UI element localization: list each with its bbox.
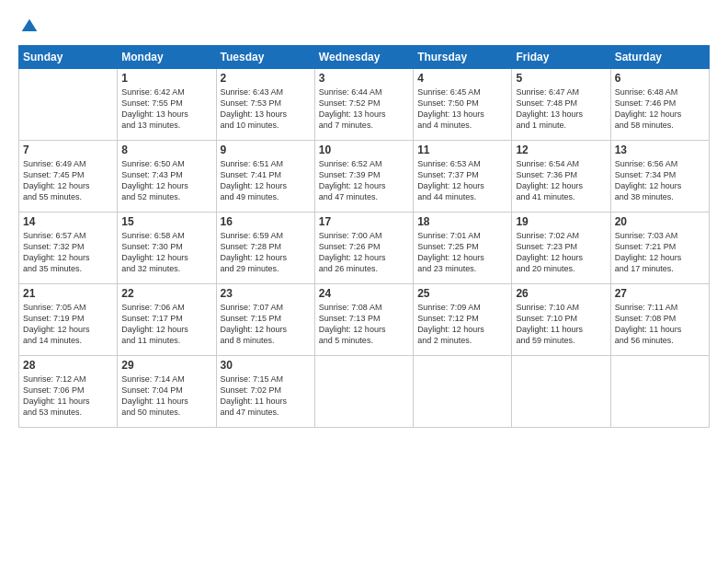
day-number: 23 xyxy=(221,287,311,300)
svg-marker-0 xyxy=(22,18,38,30)
day-number: 12 xyxy=(516,144,606,156)
day-number: 29 xyxy=(121,359,211,372)
calendar-cell: 5Sunrise: 6:47 AM Sunset: 7:48 PM Daylig… xyxy=(512,69,610,141)
calendar-cell: 12Sunrise: 6:54 AM Sunset: 7:36 PM Dayli… xyxy=(512,141,610,213)
calendar-cell xyxy=(19,69,118,141)
day-number: 13 xyxy=(615,144,705,156)
calendar-header-row: SundayMondayTuesdayWednesdayThursdayFrid… xyxy=(19,46,710,69)
calendar-cell: 22Sunrise: 7:06 AM Sunset: 7:17 PM Dayli… xyxy=(118,284,216,356)
day-info-text: Sunrise: 6:52 AM Sunset: 7:39 PM Dayligh… xyxy=(319,158,409,203)
day-number: 20 xyxy=(615,215,705,228)
day-number: 6 xyxy=(615,72,705,85)
calendar-cell: 9Sunrise: 6:51 AM Sunset: 7:41 PM Daylig… xyxy=(216,141,314,213)
calendar-cell: 20Sunrise: 7:03 AM Sunset: 7:21 PM Dayli… xyxy=(610,213,709,284)
weekday-header-thursday: Thursday xyxy=(414,46,512,69)
weekday-header-sunday: Sunday xyxy=(19,46,118,69)
calendar-cell xyxy=(414,356,512,428)
calendar-cell: 18Sunrise: 7:01 AM Sunset: 7:25 PM Dayli… xyxy=(414,213,512,284)
calendar-cell: 8Sunrise: 6:50 AM Sunset: 7:43 PM Daylig… xyxy=(118,141,216,213)
day-info-text: Sunrise: 7:01 AM Sunset: 7:25 PM Dayligh… xyxy=(417,230,507,275)
calendar-cell: 4Sunrise: 6:45 AM Sunset: 7:50 PM Daylig… xyxy=(414,69,512,141)
calendar-cell: 7Sunrise: 6:49 AM Sunset: 7:45 PM Daylig… xyxy=(19,141,118,213)
day-info-text: Sunrise: 6:45 AM Sunset: 7:50 PM Dayligh… xyxy=(417,86,507,132)
day-number: 30 xyxy=(221,359,311,372)
calendar-cell: 24Sunrise: 7:08 AM Sunset: 7:13 PM Dayli… xyxy=(314,284,413,356)
calendar-table: SundayMondayTuesdayWednesdayThursdayFrid… xyxy=(18,45,710,428)
day-info-text: Sunrise: 6:48 AM Sunset: 7:46 PM Dayligh… xyxy=(615,86,705,132)
day-number: 1 xyxy=(121,72,211,85)
day-number: 15 xyxy=(121,215,211,228)
calendar-cell: 19Sunrise: 7:02 AM Sunset: 7:23 PM Dayli… xyxy=(512,213,610,284)
day-number: 3 xyxy=(319,72,409,85)
day-info-text: Sunrise: 6:47 AM Sunset: 7:48 PM Dayligh… xyxy=(516,86,606,132)
calendar-cell: 30Sunrise: 7:15 AM Sunset: 7:02 PM Dayli… xyxy=(216,356,314,428)
day-info-text: Sunrise: 6:49 AM Sunset: 7:45 PM Dayligh… xyxy=(23,158,113,203)
calendar-week-row: 21Sunrise: 7:05 AM Sunset: 7:19 PM Dayli… xyxy=(19,284,710,356)
day-info-text: Sunrise: 6:42 AM Sunset: 7:55 PM Dayligh… xyxy=(121,86,211,132)
calendar-week-row: 1Sunrise: 6:42 AM Sunset: 7:55 PM Daylig… xyxy=(19,69,710,141)
calendar-cell: 23Sunrise: 7:07 AM Sunset: 7:15 PM Dayli… xyxy=(216,284,314,356)
logo-icon xyxy=(20,17,39,36)
calendar-cell: 13Sunrise: 6:56 AM Sunset: 7:34 PM Dayli… xyxy=(610,141,709,213)
day-number: 11 xyxy=(417,144,507,156)
day-info-text: Sunrise: 6:51 AM Sunset: 7:41 PM Dayligh… xyxy=(221,158,311,203)
calendar-cell: 29Sunrise: 7:14 AM Sunset: 7:04 PM Dayli… xyxy=(118,356,216,428)
day-number: 22 xyxy=(121,287,211,300)
calendar-cell: 25Sunrise: 7:09 AM Sunset: 7:12 PM Dayli… xyxy=(414,284,512,356)
calendar-cell xyxy=(512,356,610,428)
weekday-header-saturday: Saturday xyxy=(610,46,709,69)
calendar-cell xyxy=(610,356,709,428)
day-info-text: Sunrise: 6:54 AM Sunset: 7:36 PM Dayligh… xyxy=(516,158,606,203)
page-header xyxy=(18,17,710,36)
weekday-header-wednesday: Wednesday xyxy=(314,46,413,69)
calendar-cell: 21Sunrise: 7:05 AM Sunset: 7:19 PM Dayli… xyxy=(19,284,118,356)
calendar-cell: 10Sunrise: 6:52 AM Sunset: 7:39 PM Dayli… xyxy=(314,141,413,213)
day-number: 26 xyxy=(516,287,606,300)
calendar-cell: 16Sunrise: 6:59 AM Sunset: 7:28 PM Dayli… xyxy=(216,213,314,284)
day-info-text: Sunrise: 7:14 AM Sunset: 7:04 PM Dayligh… xyxy=(121,373,211,419)
day-number: 16 xyxy=(221,215,311,228)
day-info-text: Sunrise: 6:58 AM Sunset: 7:30 PM Dayligh… xyxy=(121,230,211,275)
day-number: 27 xyxy=(615,287,705,300)
day-number: 17 xyxy=(319,215,409,228)
day-info-text: Sunrise: 6:56 AM Sunset: 7:34 PM Dayligh… xyxy=(615,158,705,203)
logo xyxy=(18,17,39,36)
day-info-text: Sunrise: 7:02 AM Sunset: 7:23 PM Dayligh… xyxy=(516,230,606,275)
day-number: 14 xyxy=(23,215,113,228)
calendar-cell: 2Sunrise: 6:43 AM Sunset: 7:53 PM Daylig… xyxy=(216,69,314,141)
day-number: 28 xyxy=(23,359,113,372)
day-number: 2 xyxy=(221,72,311,85)
calendar-cell: 6Sunrise: 6:48 AM Sunset: 7:46 PM Daylig… xyxy=(610,69,709,141)
weekday-header-friday: Friday xyxy=(512,46,610,69)
calendar-cell: 28Sunrise: 7:12 AM Sunset: 7:06 PM Dayli… xyxy=(19,356,118,428)
day-number: 25 xyxy=(417,287,507,300)
day-info-text: Sunrise: 7:12 AM Sunset: 7:06 PM Dayligh… xyxy=(23,373,113,419)
day-info-text: Sunrise: 6:43 AM Sunset: 7:53 PM Dayligh… xyxy=(221,86,311,132)
calendar-cell: 27Sunrise: 7:11 AM Sunset: 7:08 PM Dayli… xyxy=(610,284,709,356)
day-info-text: Sunrise: 6:44 AM Sunset: 7:52 PM Dayligh… xyxy=(319,86,409,132)
day-info-text: Sunrise: 7:03 AM Sunset: 7:21 PM Dayligh… xyxy=(615,230,705,275)
day-number: 5 xyxy=(516,72,606,85)
weekday-header-monday: Monday xyxy=(118,46,216,69)
day-number: 10 xyxy=(319,144,409,156)
day-number: 7 xyxy=(23,144,113,156)
day-info-text: Sunrise: 6:59 AM Sunset: 7:28 PM Dayligh… xyxy=(221,230,311,275)
day-info-text: Sunrise: 7:06 AM Sunset: 7:17 PM Dayligh… xyxy=(121,302,211,347)
day-info-text: Sunrise: 7:08 AM Sunset: 7:13 PM Dayligh… xyxy=(319,302,409,347)
calendar-cell: 15Sunrise: 6:58 AM Sunset: 7:30 PM Dayli… xyxy=(118,213,216,284)
day-info-text: Sunrise: 7:15 AM Sunset: 7:02 PM Dayligh… xyxy=(221,373,311,419)
day-number: 18 xyxy=(417,215,507,228)
day-info-text: Sunrise: 6:50 AM Sunset: 7:43 PM Dayligh… xyxy=(121,158,211,203)
day-number: 21 xyxy=(23,287,113,300)
calendar-week-row: 28Sunrise: 7:12 AM Sunset: 7:06 PM Dayli… xyxy=(19,356,710,428)
day-number: 8 xyxy=(121,144,211,156)
day-info-text: Sunrise: 6:53 AM Sunset: 7:37 PM Dayligh… xyxy=(417,158,507,203)
calendar-cell: 26Sunrise: 7:10 AM Sunset: 7:10 PM Dayli… xyxy=(512,284,610,356)
calendar-cell: 11Sunrise: 6:53 AM Sunset: 7:37 PM Dayli… xyxy=(414,141,512,213)
calendar-week-row: 7Sunrise: 6:49 AM Sunset: 7:45 PM Daylig… xyxy=(19,141,710,213)
weekday-header-tuesday: Tuesday xyxy=(216,46,314,69)
day-info-text: Sunrise: 7:00 AM Sunset: 7:26 PM Dayligh… xyxy=(319,230,409,275)
day-number: 9 xyxy=(221,144,311,156)
calendar-cell xyxy=(314,356,413,428)
day-info-text: Sunrise: 7:09 AM Sunset: 7:12 PM Dayligh… xyxy=(417,302,507,347)
